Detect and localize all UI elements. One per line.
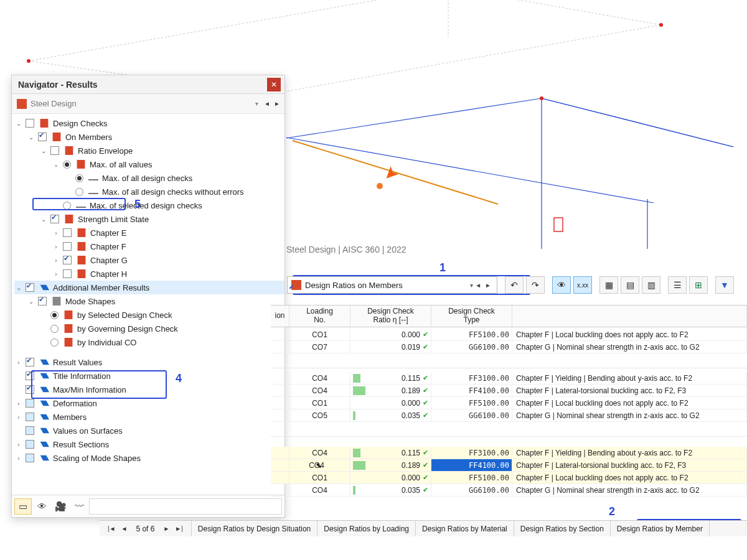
- checkbox[interactable]: [50, 215, 59, 223]
- search-input[interactable]: [89, 498, 282, 515]
- tab-loading[interactable]: Design Ratios by Loading: [317, 521, 416, 536]
- checkbox[interactable]: [26, 399, 34, 408]
- tree-chapter-e[interactable]: Chapter E: [89, 228, 127, 238]
- tab-section[interactable]: Design Ratios by Section: [514, 521, 611, 536]
- prev-icon[interactable]: ◄: [473, 282, 483, 289]
- tree-strength-limit[interactable]: Strength Limit State: [77, 215, 149, 224]
- eye-icon[interactable]: 👁: [33, 498, 50, 515]
- tree-deformation[interactable]: Deformation: [52, 399, 97, 408]
- tool-xxx-icon[interactable]: x.xx: [573, 276, 592, 294]
- tree-chapter-f[interactable]: Chapter F: [89, 242, 126, 251]
- tree-ratio-envelope[interactable]: Ratio Envelope: [77, 146, 133, 156]
- tool-excel-icon[interactable]: ⊞: [689, 276, 708, 294]
- next-icon[interactable]: ►: [272, 98, 282, 110]
- tool-undo-icon[interactable]: ↶: [505, 276, 524, 294]
- checkbox[interactable]: [63, 256, 72, 264]
- tab-design-situation[interactable]: Design Ratios by Design Situation: [192, 521, 317, 536]
- table-row[interactable]: CO40.115✔FF3100.00Chapter F | Yielding |…: [271, 372, 747, 385]
- table-row[interactable]: CO70.019✔GG6100.00Chapter G | Nominal sh…: [271, 341, 747, 353]
- tree-title-info[interactable]: Title Information: [52, 371, 111, 381]
- surfaces-icon: [39, 426, 49, 435]
- radio[interactable]: [75, 174, 83, 182]
- table-row[interactable]: CO40.189✔FF4100.00Chapter F | Lateral-to…: [271, 385, 747, 397]
- last-page-icon[interactable]: ►|: [173, 525, 185, 532]
- camera-icon[interactable]: 🎥: [52, 498, 69, 515]
- tab-material[interactable]: Design Ratios by Material: [416, 521, 514, 536]
- checkbox[interactable]: [26, 454, 34, 462]
- tree-maxmin-info[interactable]: Max/Min Information: [52, 385, 126, 394]
- table-row[interactable]: CO50.035✔GG6100.00Chapter G | Nominal sh…: [271, 409, 747, 422]
- expand-icon[interactable]: ⌄: [14, 120, 23, 127]
- table-row[interactable]: CO10.000✔FF5100.00Chapter F | Local buck…: [271, 472, 747, 484]
- sections-icon: [39, 440, 49, 449]
- chevron-down-icon[interactable]: ▾: [255, 100, 258, 107]
- tree-max-all-checks[interactable]: Max. of all design checks: [101, 174, 192, 183]
- tool-table2-icon[interactable]: ▤: [621, 276, 639, 294]
- checkbox[interactable]: [26, 119, 34, 128]
- tree-result-values[interactable]: Result Values: [52, 358, 102, 367]
- radio[interactable]: [50, 338, 59, 347]
- radio[interactable]: [50, 325, 59, 333]
- steel-icon: [17, 99, 27, 109]
- tree-by-individual[interactable]: by Individual CO: [76, 338, 136, 347]
- checkbox[interactable]: [63, 228, 72, 237]
- tab-member[interactable]: Design Ratios by Member: [611, 521, 710, 536]
- tree-design-checks[interactable]: Design Checks: [52, 119, 107, 128]
- checkbox[interactable]: [38, 133, 47, 141]
- table-row[interactable]: CO10.000✔FF5100.00Chapter F | Local buck…: [271, 397, 747, 409]
- design-icon: [39, 119, 49, 128]
- radio[interactable]: [63, 161, 71, 169]
- checkbox[interactable]: [63, 242, 72, 251]
- checkbox[interactable]: [26, 358, 34, 366]
- checkbox[interactable]: [26, 283, 34, 292]
- close-icon[interactable]: ✕: [267, 78, 281, 91]
- tree-max-selected[interactable]: Max. of selected design checks: [88, 201, 202, 210]
- pager: |◄ ◄ 5 of 6 ► ►|: [100, 521, 192, 536]
- tool-redo-icon[interactable]: ↷: [526, 276, 545, 294]
- table-row[interactable]: CO40.115✔FF3100.00Chapter F | Yielding |…: [271, 447, 747, 459]
- checkbox[interactable]: [26, 385, 34, 394]
- checkbox[interactable]: [38, 297, 47, 306]
- tree-members[interactable]: Members: [52, 413, 87, 422]
- next-page-icon[interactable]: ►: [161, 525, 171, 532]
- tool-filter-icon[interactable]: ▼: [715, 276, 734, 294]
- tree-on-members[interactable]: On Members: [64, 133, 112, 142]
- tree-by-selected[interactable]: by Selected Design Check: [76, 310, 172, 320]
- checkbox[interactable]: [50, 146, 59, 155]
- prev-icon[interactable]: ◄: [262, 98, 272, 110]
- tree-chapter-h[interactable]: Chapter H: [89, 269, 127, 279]
- navigator-selector[interactable]: Steel Design ▾ ◄ ►: [12, 94, 284, 114]
- tree-max-no-errors[interactable]: Max. of all design checks without errors: [101, 187, 244, 197]
- checkbox[interactable]: [26, 440, 34, 449]
- tool-table1-icon[interactable]: ▦: [599, 276, 618, 294]
- prev-page-icon[interactable]: ◄: [120, 525, 129, 532]
- tree-scaling-mode[interactable]: Scaling of Mode Shapes: [52, 454, 141, 463]
- checkbox[interactable]: [26, 371, 34, 380]
- svg-point-6: [27, 59, 31, 63]
- tree-additional-member[interactable]: Additional Member Results: [52, 283, 149, 292]
- checkbox[interactable]: [26, 426, 34, 435]
- tool-list-icon[interactable]: ☰: [668, 276, 687, 294]
- navigator-tree[interactable]: ⌄Design Checks ⌄On Members ⌄Ratio Envelo…: [12, 114, 284, 495]
- select-tool-icon[interactable]: ▭: [14, 498, 32, 515]
- combo-design-ratios[interactable]: Design Ratios on Members ▾ ◄ ►: [287, 276, 497, 294]
- tool-eye-icon[interactable]: 👁: [552, 276, 571, 294]
- checkbox[interactable]: [26, 413, 34, 421]
- tree-values-surfaces[interactable]: Values on Surfaces: [52, 426, 123, 436]
- tree-by-governing[interactable]: by Governing Design Check: [76, 324, 178, 334]
- tree-chapter-g[interactable]: Chapter G: [89, 256, 128, 265]
- first-page-icon[interactable]: |◄: [106, 525, 118, 532]
- tree-max-all-values[interactable]: Max. of all values: [88, 160, 152, 169]
- checkbox[interactable]: [63, 269, 72, 278]
- table-row[interactable]: CO40.035✔GG6100.00Chapter G | Nominal sh…: [271, 484, 747, 497]
- radio[interactable]: [50, 311, 59, 319]
- tree-mode-shapes[interactable]: Mode Shapes: [64, 297, 115, 306]
- table-row[interactable]: CO4⬉0.189✔FF4100.00Chapter F | Lateral-t…: [271, 459, 747, 472]
- radio[interactable]: [63, 202, 71, 210]
- radio[interactable]: [75, 188, 83, 196]
- next-icon[interactable]: ►: [483, 282, 493, 289]
- tree-result-sections[interactable]: Result Sections: [52, 440, 109, 449]
- table-row[interactable]: CO10.000✔FF5100.00Chapter F | Local buck…: [271, 329, 747, 341]
- tool-table3-icon[interactable]: ▥: [642, 276, 660, 294]
- line-tool-icon[interactable]: 〰: [70, 498, 88, 515]
